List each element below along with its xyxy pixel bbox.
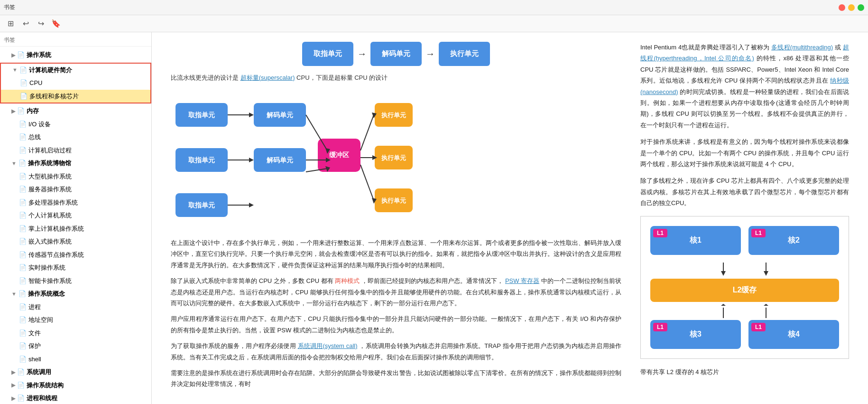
selected-section: ▼ 📄 计算机硬件简介 📄 CPU 📄 多线程和多核芯片 <box>0 63 151 104</box>
arrows-svg <box>697 263 792 277</box>
core-3-label: 核3 <box>690 330 702 338</box>
sidebar-item-memory[interactable]: ▶ 📄 内存 <box>0 104 151 118</box>
sidebar-item-process[interactable]: 📄进程 <box>0 301 151 314</box>
toolbar-grid-btn[interactable]: ⊞ <box>4 17 17 30</box>
svg-text:执行单元: 执行单元 <box>381 197 406 204</box>
title-bar-left: 书签 <box>4 3 15 11</box>
sidebar-item-os[interactable]: ▶ 📄 操作系统 <box>0 48 151 62</box>
para-1: 在上面这个设计中，存在多个执行单元，例如，一个用来进行整数运算、一个用来浮点数运… <box>171 237 621 271</box>
sidebar-item-protection[interactable]: 📄保护 <box>0 339 151 353</box>
core-3-box: L1 核3 <box>650 320 741 349</box>
para-5: 需要注意的是操作系统在进行系统调用时会存在陷阱。大部分的陷阱会导致硬件发出警告，… <box>171 367 621 390</box>
para-4: 为了获取操作系统的服务，用户程序必须便用 系统调用(system call) ，… <box>171 340 621 363</box>
l1-badge-2: L1 <box>751 229 766 237</box>
sidebar-item-syscall[interactable]: ▶ 📄 系统调用 <box>0 366 151 379</box>
toolbar-back-btn[interactable]: ↩ <box>19 17 32 30</box>
sidebar-item-server-os[interactable]: 📄服务器操作系统 <box>0 183 151 196</box>
toolbar-bookmark-btn[interactable]: 🔖 <box>49 17 63 30</box>
sidebar-item-hardware[interactable]: ▼ 📄 计算机硬件简介 <box>1 64 150 77</box>
sidebar-item-os-museum[interactable]: ▼ 📄 操作系统博物馆 <box>0 157 151 170</box>
doc-icon-museum: 📄 <box>18 159 26 168</box>
psw-link[interactable]: PSW 寄存器 <box>505 277 539 284</box>
sidebar-item-os-structure[interactable]: ▶ 📄 操作系统结构 <box>0 379 151 392</box>
sidebar-item-multithread[interactable]: 📄 多线程和多核芯片 <box>1 90 150 103</box>
svg-text:解码单元: 解码单元 <box>266 156 293 164</box>
doc-icon-cpu: 📄 <box>20 78 28 88</box>
doc-icon-io: 📄 <box>19 120 27 129</box>
multithreading-link[interactable]: 多线程(multithreading) <box>771 44 833 51</box>
svg-text:执行单元: 执行单元 <box>381 112 406 119</box>
sidebar-title: 书签 <box>0 34 151 47</box>
sidebar-label-memory: 内存 <box>27 106 39 116</box>
sidebar-item-io[interactable]: 📄 I/O 设备 <box>0 118 151 131</box>
sidebar-label-structure: 操作系统结构 <box>27 381 64 390</box>
title-bar-title: 书签 <box>4 3 15 11</box>
core-2-label: 核2 <box>788 236 800 244</box>
sidebar-item-os-concepts[interactable]: ▼ 📄 操作系统概念 <box>0 287 151 301</box>
svg-text:取指单元: 取指单元 <box>188 201 215 209</box>
core-caption: 带有共享 L2 缓存的 4 核芯片 <box>640 366 849 377</box>
sidebar-item-boot[interactable]: 📄 计算机启动过程 <box>0 144 151 157</box>
sidebar-label-os: 操作系统 <box>27 50 51 60</box>
para-2: 除了从嵌入式系统中非常简单的 CPU 之外，多数 CPU 都有 两种模式 ，即前… <box>171 275 621 309</box>
sidebar-item-multi-proc[interactable]: 📄多处理器操作系统 <box>0 196 151 209</box>
right-para-3: 除了多线程之外，现在许多 CPU 芯片上都具有四个、八个或更多完整的处理器或内核… <box>640 175 849 208</box>
syscall-link[interactable]: 系统调用(system call) <box>298 342 358 349</box>
sidebar-item-sensor[interactable]: 📄传感器节点操作系统 <box>0 248 151 262</box>
sidebar-item-shell[interactable]: 📄shell <box>0 353 151 366</box>
l1-badge-3: L1 <box>653 323 667 331</box>
core-4-label: 核4 <box>788 330 800 338</box>
l1-badge-4: L1 <box>751 323 766 331</box>
sidebar-item-embedded[interactable]: 📄嵌入式操作系统 <box>0 235 151 248</box>
superscalar-link[interactable]: 超标量(superscalar) <box>240 74 295 81</box>
core-4-box: L1 核4 <box>748 320 839 349</box>
toolbar-forward-btn[interactable]: ↪ <box>34 17 47 30</box>
sidebar-label-boot: 计算机启动过程 <box>28 146 72 155</box>
core-caption-text: 带有共享 L2 缓存的 4 核芯片 <box>640 368 719 376</box>
sidebar: 书签 ▶ 📄 操作系统 ▼ 📄 计算机硬件简介 📄 CPU 📄 多线程和多 <box>0 32 152 404</box>
expand-icon-structure: ▶ <box>11 381 15 389</box>
doc-icon-multithread: 📄 <box>20 92 28 101</box>
core-1-label: 核1 <box>690 236 702 244</box>
doc-icon-memory: 📄 <box>17 106 25 116</box>
doc-left: 取指单元 → 解码单元 → 执行单元 比流水线更先进的设计是 超标量(super… <box>171 42 621 395</box>
sidebar-item-cpu[interactable]: 📄 CPU <box>1 76 150 90</box>
sidebar-item-handheld[interactable]: 📄掌上计算机操作系统 <box>0 222 151 235</box>
sidebar-label-concepts: 操作系统概念 <box>28 289 65 299</box>
doc-right: Intel Pentium 4也就是奔腾处理器引入了被称为 多线程(multit… <box>640 42 849 395</box>
sidebar-label-syscall: 系统调用 <box>27 367 51 377</box>
sidebar-item-personal-os[interactable]: 📄个人计算机系统 <box>0 209 151 222</box>
sidebar-item-smartcard[interactable]: 📄智能卡操作系统 <box>0 274 151 288</box>
sidebar-item-file[interactable]: 📄文件 <box>0 327 151 340</box>
core-diagram: L1 核1 L1 核2 <box>640 216 849 359</box>
svg-line-34 <box>360 165 374 200</box>
nanosecond-link[interactable]: 纳秒级(nanosecond) <box>640 77 849 95</box>
arrow-1: → <box>353 48 370 59</box>
sidebar-item-address[interactable]: 📄地址空间 <box>0 313 151 327</box>
sidebar-item-bus[interactable]: 📄 总线 <box>0 131 151 144</box>
sidebar-item-realtime[interactable]: 📄实时操作系统 <box>0 261 151 274</box>
expand-icon-proc-thread: ▶ <box>11 395 15 403</box>
minimize-button[interactable] <box>848 4 855 11</box>
exec-unit-box: 执行单元 <box>439 42 490 66</box>
flow-caption: 比流水线更先进的设计是 超标量(superscalar) CPU，下面是超标量 … <box>171 74 621 82</box>
doc-icon: 📄 <box>17 50 25 60</box>
svg-text:执行单元: 执行单元 <box>381 154 406 161</box>
svg-text:取指单元: 取指单元 <box>188 111 215 119</box>
fetch-unit-box: 取指单元 <box>302 42 353 66</box>
superscalar-diagram-container: 取指单元 解码单元 取指单元 解码单元 <box>171 94 621 228</box>
caption-after: CPU，下面是超标量 CPU 的设计 <box>296 74 388 81</box>
close-button[interactable] <box>839 4 845 11</box>
para-3: 用户应用程序通常运行在用户态下。在用户态下，CPU 只能执行指令集中的一部分并且… <box>171 313 621 336</box>
sidebar-item-mainframe[interactable]: 📄大型机操作系统 <box>0 170 151 183</box>
arrow-2: → <box>422 48 439 59</box>
sidebar-label-hardware: 计算机硬件简介 <box>29 66 72 75</box>
maximize-button[interactable] <box>858 4 864 11</box>
toolbar: ⊞ ↩ ↪ 🔖 <box>0 15 868 32</box>
title-bar: 书签 <box>0 0 868 15</box>
cores-top-row: L1 核1 L1 核2 <box>650 226 839 255</box>
svg-marker-43 <box>764 304 768 306</box>
sidebar-item-proc-thread[interactable]: ▶ 📄 进程和线程 <box>0 392 151 404</box>
right-para-2: 对于操作系统来讲，多线程是有意义的，因为每个线程对操作系统来说都像是一个单个的 … <box>640 136 849 169</box>
svg-line-18 <box>306 115 327 150</box>
